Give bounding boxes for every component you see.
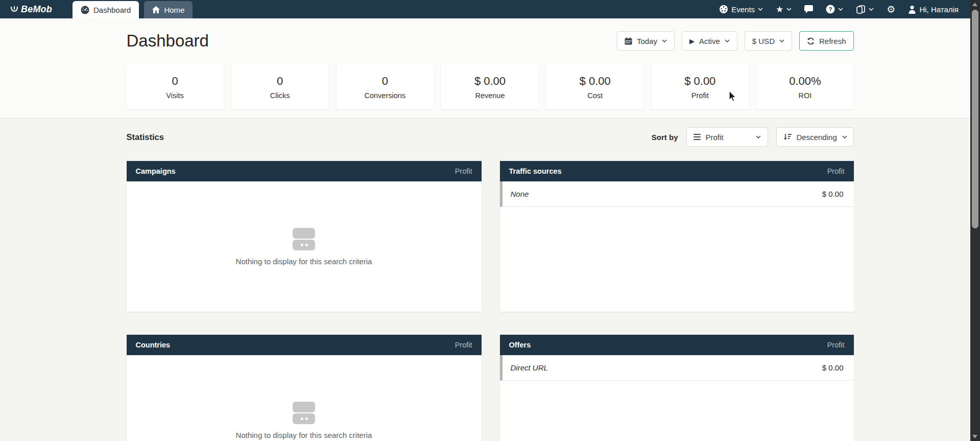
stat-label: Revenue (475, 91, 505, 100)
list-lines-icon (694, 134, 701, 140)
brand-text: BeMob (21, 4, 52, 15)
table-row[interactable]: None $ 0.00 (500, 181, 854, 207)
status-filter-button[interactable]: ▶ Active (682, 31, 737, 51)
scrollbar-up-arrow[interactable] (972, 3, 977, 6)
empty-state-text: Nothing to display for this search crite… (236, 431, 372, 439)
date-range-button[interactable]: Today (617, 31, 675, 51)
favorites-menu[interactable]: ★ (776, 5, 792, 14)
stat-value: $ 0.00 (684, 75, 715, 88)
panel-countries: Countries Profit Nothing to display for … (127, 335, 482, 441)
refresh-icon (807, 37, 815, 45)
row-value: $ 0.00 (822, 363, 844, 372)
refresh-button[interactable]: Refresh (799, 31, 854, 51)
user-greeting: Hi, Наталія (919, 5, 959, 14)
sort-field-dropdown[interactable]: Profit (686, 127, 768, 147)
events-menu[interactable]: Events (719, 5, 763, 14)
chat-icon (804, 5, 813, 13)
sort-descending-icon (783, 133, 792, 141)
sort-direction-dropdown[interactable]: Descending (776, 127, 854, 147)
vertical-scrollbar[interactable] (970, 0, 980, 441)
panel-metric-label: Profit (827, 167, 845, 175)
stat-value: 0 (277, 75, 283, 88)
chevron-down-icon (779, 39, 784, 42)
panel-offers-body: Direct URL $ 0.00 (500, 355, 854, 441)
currency-button[interactable]: $ USD (745, 31, 792, 51)
stat-card-cost: $ 0.00 Cost (546, 64, 643, 109)
stat-value: $ 0.00 (580, 75, 611, 88)
chevron-down-icon (725, 39, 730, 42)
tab-home-label: Home (164, 6, 184, 14)
feedback-button[interactable] (804, 5, 813, 13)
dashboard-gauge-icon (81, 6, 89, 14)
panel-countries-header: Countries Profit (127, 335, 482, 355)
gear-icon: ⚙ (887, 5, 895, 14)
page-title: Dashboard (127, 31, 209, 51)
statistics-heading: Statistics (127, 132, 164, 142)
stat-value: 0 (382, 75, 388, 88)
dashboard-header-section: Dashboard Today (0, 18, 980, 119)
tab-home[interactable]: Home (144, 1, 193, 18)
svg-text:?: ? (829, 6, 832, 12)
sort-field-value: Profit (706, 133, 724, 142)
chevron-down-icon (758, 8, 763, 11)
table-row[interactable]: Direct URL $ 0.00 (500, 355, 854, 381)
stat-card-conversions: 0 Conversions (337, 64, 434, 109)
status-filter-label: Active (699, 37, 720, 45)
calendar-icon (625, 37, 632, 45)
stat-value: $ 0.00 (474, 75, 506, 88)
settings-button[interactable]: ⚙ (887, 5, 895, 14)
scrollbar-down-arrow[interactable] (972, 435, 977, 438)
chevron-down-icon (869, 8, 874, 11)
empty-state-text: Nothing to display for this search crite… (236, 257, 372, 266)
chevron-down-icon (662, 39, 667, 42)
panel-metric-label: Profit (827, 341, 845, 349)
resources-menu[interactable] (856, 5, 874, 14)
panel-campaigns-body: Nothing to display for this search crite… (127, 181, 482, 312)
stat-card-profit: $ 0.00 Profit (652, 64, 749, 109)
panel-title: Campaigns (136, 167, 176, 175)
stat-card-visits: 0 Visits (127, 64, 224, 109)
panel-traffic-sources: Traffic sources Profit None $ 0.00 (500, 161, 854, 312)
stat-card-roi: 0.00% ROI (756, 64, 853, 109)
stat-label: Clicks (270, 91, 290, 100)
stat-label: Cost (587, 91, 603, 100)
play-icon: ▶ (689, 38, 695, 44)
top-navbar: BeMob Dashboard Home (0, 0, 980, 18)
help-icon: ? (826, 5, 835, 14)
navbar-right: Events ★ ? (719, 5, 959, 14)
panel-metric-label: Profit (455, 167, 472, 175)
row-value: $ 0.00 (822, 190, 844, 198)
bemob-logo[interactable]: BeMob (9, 4, 52, 15)
row-name: Direct URL (511, 363, 548, 372)
statistics-panels-grid: Campaigns Profit Nothing to display for … (127, 161, 854, 441)
user-menu[interactable]: Hi, Наталія (908, 5, 959, 14)
tab-dashboard[interactable]: Dashboard (73, 1, 139, 18)
events-label: Events (731, 5, 755, 14)
stat-cards-row: 0 Visits 0 Clicks 0 Conversions $ 0.00 R… (127, 64, 854, 109)
events-icon (719, 5, 728, 14)
user-icon (908, 5, 916, 14)
chevron-down-icon (756, 135, 761, 138)
date-range-label: Today (637, 37, 657, 45)
panel-campaigns: Campaigns Profit Nothing to display for … (127, 161, 482, 312)
stat-value: 0 (172, 75, 178, 88)
empty-state: Nothing to display for this search crite… (127, 355, 482, 441)
panel-traffic-sources-body: None $ 0.00 (500, 181, 854, 312)
panel-title: Traffic sources (509, 167, 562, 175)
currency-label: $ USD (752, 37, 775, 45)
panel-countries-body: Nothing to display for this search crite… (127, 355, 482, 441)
panel-traffic-sources-header: Traffic sources Profit (500, 161, 854, 181)
star-icon: ★ (776, 5, 783, 14)
refresh-label: Refresh (819, 37, 846, 45)
sort-controls: Sort by Profit (652, 127, 854, 147)
scrollbar-thumb[interactable] (972, 10, 978, 228)
help-menu[interactable]: ? (826, 5, 843, 14)
stat-label: Visits (166, 91, 183, 100)
chevron-down-icon (838, 8, 843, 11)
dashboard-controls: Today ▶ Active $ USD (617, 31, 854, 51)
sort-by-label: Sort by (652, 133, 678, 142)
tab-dashboard-label: Dashboard (93, 6, 131, 14)
empty-data-icon (293, 402, 315, 424)
stat-value: 0.00% (789, 75, 821, 88)
panel-campaigns-header: Campaigns Profit (127, 161, 482, 181)
